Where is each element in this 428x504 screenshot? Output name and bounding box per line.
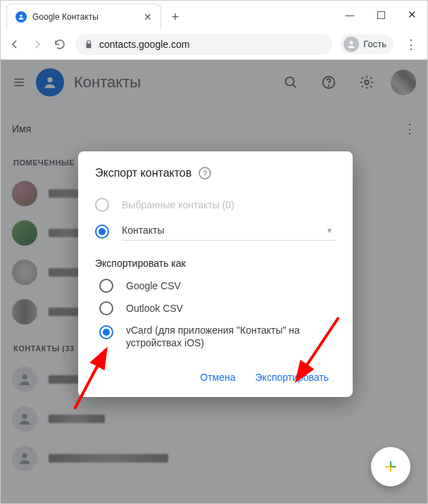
browser-tab[interactable]: Google Контакты ✕ [6, 4, 161, 29]
format-label: Outlook CSV [126, 303, 183, 314]
forward-button[interactable] [30, 37, 44, 51]
close-tab-icon[interactable]: ✕ [144, 11, 152, 23]
option-contacts-dropdown[interactable]: Контакты ▼ [95, 218, 336, 245]
window-minimize-button[interactable] [334, 4, 365, 25]
tab-title: Google Контакты [32, 12, 138, 22]
window-maximize-button[interactable] [365, 4, 396, 25]
radio-icon[interactable] [99, 325, 113, 339]
guest-label: Гость [363, 39, 386, 49]
browser-toolbar: contacts.google.com Гость ⋮ [1, 29, 427, 60]
radio-icon [95, 198, 109, 212]
window-titlebar: Google Контакты ✕ + [1, 1, 427, 29]
plus-icon: + [384, 455, 397, 479]
export-dialog: Экспорт контактов ? Выбранные контакты (… [78, 151, 353, 397]
profile-chip[interactable]: Гость [341, 34, 394, 54]
format-vcard[interactable]: vCard (для приложения "Контакты" на устр… [99, 320, 336, 353]
radio-icon[interactable] [95, 225, 109, 239]
svg-point-0 [20, 14, 22, 16]
radio-icon[interactable] [99, 279, 113, 293]
browser-menu-button[interactable]: ⋮ [402, 37, 420, 52]
option-label: Выбранные контакты (0) [122, 199, 234, 210]
format-label: vCard (для приложения "Контакты" на устр… [126, 324, 336, 349]
dialog-title: Экспорт контактов [95, 167, 191, 179]
lock-icon [84, 39, 94, 49]
window-close-button[interactable] [396, 4, 427, 25]
contacts-favicon [15, 11, 27, 23]
export-button[interactable]: Экспортировать [248, 366, 336, 389]
new-tab-button[interactable]: + [165, 5, 185, 29]
address-bar[interactable]: contacts.google.com [75, 34, 332, 55]
chevron-down-icon: ▼ [326, 227, 333, 234]
reload-button[interactable] [53, 37, 67, 51]
format-outlook-csv[interactable]: Outlook CSV [99, 297, 336, 320]
svg-point-1 [350, 41, 353, 44]
radio-icon[interactable] [99, 301, 113, 315]
url-text: contacts.google.com [99, 39, 189, 50]
format-label: Google CSV [126, 280, 181, 291]
dialog-help-icon[interactable]: ? [199, 167, 211, 179]
option-selected-contacts: Выбранные контакты (0) [95, 192, 336, 218]
export-as-label: Экспортировать как [95, 258, 336, 269]
dropdown-value: Контакты [122, 225, 164, 236]
back-button[interactable] [8, 37, 22, 51]
contacts-dropdown[interactable]: Контакты ▼ [122, 222, 336, 241]
cancel-button[interactable]: Отмена [193, 366, 242, 389]
create-contact-fab[interactable]: + [371, 447, 410, 486]
format-google-csv[interactable]: Google CSV [99, 275, 336, 297]
guest-avatar-icon [344, 37, 359, 52]
